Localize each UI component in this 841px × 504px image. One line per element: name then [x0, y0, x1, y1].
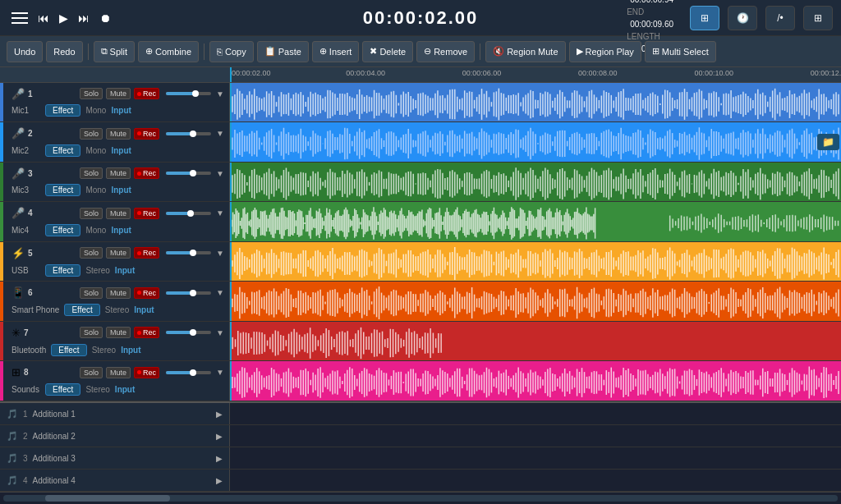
end-time: END 00:00:09.60: [627, 6, 673, 30]
solo-button[interactable]: Solo: [80, 287, 103, 299]
record-button[interactable]: ⏺: [99, 11, 111, 25]
clock-view-button[interactable]: 🕐: [728, 6, 757, 30]
rewind-button[interactable]: ⏮: [38, 11, 49, 25]
rec-button[interactable]: Rec: [134, 88, 159, 99]
rec-button[interactable]: Rec: [134, 167, 159, 179]
solo-button[interactable]: Solo: [80, 88, 103, 99]
rec-button[interactable]: Rec: [134, 327, 159, 338]
dropdown-arrow[interactable]: ▼: [216, 169, 224, 178]
solo-button[interactable]: Solo: [80, 128, 103, 140]
split-button[interactable]: ⧉ Split: [94, 41, 135, 62]
rec-button[interactable]: Rec: [134, 208, 159, 219]
solo-button[interactable]: Solo: [80, 367, 103, 378]
input-label: Input: [111, 186, 131, 195]
mute-button[interactable]: Mute: [106, 128, 131, 140]
volume-slider-container: [166, 291, 211, 295]
multi-select-button[interactable]: ⊞ Multi Select: [645, 41, 716, 62]
effect-button[interactable]: Effect: [64, 304, 99, 316]
effect-button[interactable]: Effect: [45, 144, 80, 157]
track-waveform-mic4[interactable]: [230, 202, 841, 241]
track-waveform-bluetooth[interactable]: [230, 322, 841, 361]
music-icon: 🎵: [7, 431, 18, 442]
delete-button[interactable]: ✖ Delete: [362, 41, 413, 62]
track-waveform-usb[interactable]: [230, 242, 841, 282]
dropdown-arrow[interactable]: ▼: [216, 129, 224, 138]
paste-button[interactable]: 📋 Paste: [257, 41, 309, 62]
track-row-mic1: 🎤 1 Solo Mute Rec ▼ Mic1 Effect Mono Inp…: [0, 83, 841, 123]
scroll-area[interactable]: [0, 492, 841, 504]
track-waveform-sounds[interactable]: [230, 361, 841, 401]
solo-button[interactable]: Solo: [80, 167, 103, 179]
effect-button[interactable]: Effect: [45, 264, 80, 277]
mute-button[interactable]: Mute: [106, 88, 131, 99]
expand-button[interactable]: ▶: [216, 454, 223, 463]
copy-button[interactable]: ⎘ Copy: [209, 41, 254, 62]
top-bar: ⏮ ▶ ⏭ ⏺ 00:00:02.00 START 00:00:06.94 EN…: [0, 0, 841, 36]
dropdown-arrow[interactable]: ▼: [216, 328, 224, 337]
additional-track-row-1: 🎵 1 Additional 1 ▶: [0, 403, 841, 425]
effect-button[interactable]: Effect: [45, 184, 80, 196]
expand-button[interactable]: ▶: [216, 432, 223, 441]
undo-button[interactable]: Undo: [7, 41, 43, 62]
track-type: Mono: [85, 146, 106, 155]
mute-button[interactable]: Mute: [106, 247, 131, 259]
mute-button[interactable]: Mute: [106, 167, 131, 179]
track-icon: 🎤: [11, 207, 25, 219]
effect-button[interactable]: Effect: [45, 104, 80, 117]
track-row-mic3: 🎤 3 Solo Mute Rec ▼ Mic3 Effect Mono Inp…: [0, 163, 841, 203]
redo-button[interactable]: Redo: [46, 41, 82, 62]
dropdown-arrow[interactable]: ▼: [216, 89, 224, 99]
track-header-bluetooth: ✳ 7 Solo Mute Rec ▼ Bluetooth Effect Ste…: [0, 322, 230, 361]
solo-button[interactable]: Solo: [80, 247, 103, 259]
rec-button[interactable]: Rec: [134, 287, 159, 299]
combine-button[interactable]: ⊕ Combine: [138, 41, 199, 62]
expand-button[interactable]: ▶: [216, 476, 223, 485]
effect-button[interactable]: Effect: [45, 224, 80, 236]
menu-button[interactable]: [8, 7, 31, 30]
dropdown-arrow[interactable]: ▼: [216, 249, 224, 258]
mute-button[interactable]: Mute: [106, 208, 131, 219]
additional-track-number: 3: [23, 454, 28, 463]
insert-button[interactable]: ⊕ Insert: [312, 41, 360, 62]
dropdown-arrow[interactable]: ▼: [216, 208, 224, 218]
track-waveform-mic1[interactable]: [230, 83, 841, 122]
additional-track-number: 2: [23, 432, 28, 441]
additional-track-name: Additional 4: [33, 476, 76, 485]
track-type: Stereo: [92, 346, 116, 355]
dropdown-arrow[interactable]: ▼: [216, 368, 224, 377]
effect-button[interactable]: Effect: [51, 344, 86, 356]
track-icon: 🎤: [11, 167, 25, 180]
region-play-button[interactable]: ▶ Region Play: [569, 41, 641, 62]
input-label: Input: [111, 106, 131, 115]
dropdown-arrow[interactable]: ▼: [216, 288, 224, 297]
rec-button[interactable]: Rec: [134, 247, 159, 259]
track-waveform-smart-phone[interactable]: [230, 282, 841, 321]
track-row-bluetooth: ✳ 7 Solo Mute Rec ▼ Bluetooth Effect Ste…: [0, 322, 841, 362]
mute-button[interactable]: Mute: [106, 287, 131, 299]
rec-button[interactable]: Rec: [134, 128, 159, 140]
solo-button[interactable]: Solo: [80, 208, 103, 219]
mute-button[interactable]: Mute: [106, 327, 131, 338]
top-bar-left: ⏮ ▶ ⏭ ⏺: [8, 7, 111, 30]
region-mute-button[interactable]: 🔇 Region Mute: [485, 41, 565, 62]
track-waveform-mic3[interactable]: [230, 163, 841, 202]
effect-button[interactable]: Effect: [45, 383, 80, 396]
track-name: Mic2: [11, 146, 40, 155]
forward-button[interactable]: ⏭: [78, 11, 90, 25]
track-name: Sounds: [11, 385, 40, 394]
grid-view-button[interactable]: ⊞: [803, 6, 833, 30]
track-waveform-mic2[interactable]: 📁: [230, 122, 841, 162]
track-name: Mic1: [11, 106, 40, 115]
rec-button[interactable]: Rec: [134, 367, 159, 378]
expand-button[interactable]: ▶: [216, 410, 223, 419]
solo-button[interactable]: Solo: [80, 327, 103, 338]
mixer-view-button[interactable]: ⊞: [690, 6, 719, 30]
additional-track-name: Additional 2: [33, 432, 76, 441]
track-type: Mono: [85, 226, 106, 235]
folder-icon[interactable]: 📁: [817, 134, 839, 150]
remove-button[interactable]: ⊖ Remove: [416, 41, 475, 62]
mute-button[interactable]: Mute: [106, 367, 131, 378]
play-button[interactable]: ▶: [59, 11, 68, 25]
script-view-button[interactable]: /•: [765, 6, 795, 30]
ruler-marks: 00:00:02.00 00:00:04.00 00:00:06.00 00:0…: [230, 67, 841, 82]
